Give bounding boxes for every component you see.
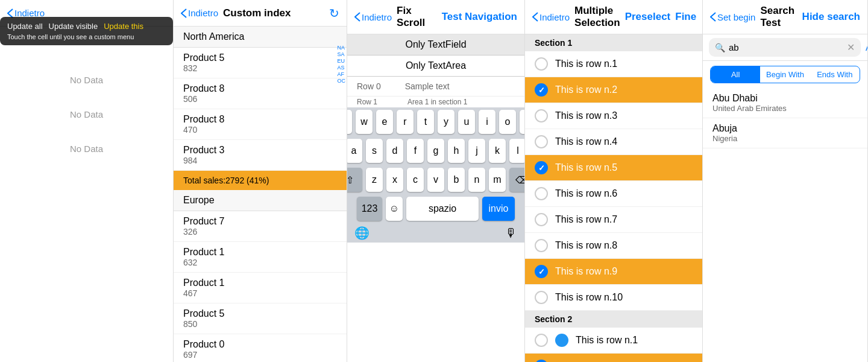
key-d[interactable]: d	[386, 139, 403, 163]
filter-all[interactable]: All	[711, 66, 760, 83]
radio-s1r4[interactable]	[535, 135, 548, 148]
radio-s1r8[interactable]	[535, 239, 548, 252]
filter-begin-with[interactable]: Begin With	[760, 66, 810, 83]
key-j[interactable]: j	[468, 139, 485, 163]
emoji-key[interactable]: ☺	[386, 197, 403, 221]
key-w[interactable]: w	[356, 110, 373, 134]
radio-s1r7[interactable]	[535, 213, 548, 226]
radio-s1r2[interactable]	[535, 83, 548, 97]
fine-button[interactable]: Fine	[675, 11, 696, 23]
panel2-title: Custom index	[223, 7, 324, 19]
key-x[interactable]: x	[386, 168, 403, 192]
key-a[interactable]: a	[347, 139, 362, 163]
search-input-wrapper[interactable]: 🔍 ✕	[709, 38, 861, 57]
list-item[interactable]: Product 8506	[174, 78, 347, 109]
key-y[interactable]: y	[438, 110, 454, 134]
key-c[interactable]: c	[407, 168, 424, 192]
list-item[interactable]: Product 7326	[174, 211, 347, 242]
update-this-button[interactable]: Update this	[104, 22, 143, 31]
list-item[interactable]: Product 1632	[174, 242, 347, 273]
selection-row[interactable]: This is row n.7	[525, 207, 702, 233]
return-key[interactable]: invio	[482, 197, 515, 221]
key-z[interactable]: z	[366, 168, 383, 192]
list-item[interactable]: Product 1467	[174, 273, 347, 303]
update-all-button[interactable]: Update all	[7, 22, 43, 31]
search-input[interactable]	[729, 42, 843, 52]
total-bar-na: Total sales:2792 (41%)	[174, 171, 347, 190]
key-g[interactable]: g	[427, 139, 444, 163]
selection-row-selected[interactable]: This is row n.9	[525, 259, 702, 285]
microphone-icon[interactable]: 🎙	[505, 226, 517, 240]
shift-key[interactable]: ⇧	[347, 168, 362, 192]
back-button-panel5[interactable]: Set begin	[710, 12, 755, 22]
key-q[interactable]: q	[347, 110, 352, 134]
preselect-button[interactable]: Preselect	[625, 11, 671, 23]
only-textfield[interactable]: Only TextField	[347, 34, 524, 56]
radio-s1r5[interactable]	[535, 161, 548, 174]
only-textarea[interactable]: Only TextArea	[347, 56, 524, 77]
search-result-item[interactable]: Abuja Nigeria	[703, 118, 867, 148]
key-l[interactable]: l	[509, 139, 524, 163]
radio-s1r1[interactable]	[535, 57, 548, 71]
numbers-key[interactable]: 123	[357, 197, 382, 221]
radio-s1r9[interactable]	[535, 265, 548, 278]
cancel-search-button[interactable]: Annulla	[866, 42, 868, 53]
refresh-icon[interactable]: ↻	[329, 6, 339, 21]
key-i[interactable]: i	[479, 110, 495, 134]
clear-search-icon[interactable]: ✕	[847, 42, 855, 53]
hide-search-button[interactable]: Hide search	[802, 11, 860, 23]
selection-row-selected[interactable]: This is row n.2	[525, 77, 702, 103]
list-item[interactable]: Product 3984	[174, 140, 347, 171]
search-result-item[interactable]: Abu Dhabi United Arab Emirates	[703, 88, 867, 118]
list-item[interactable]: Product 5832	[174, 48, 347, 78]
key-t[interactable]: t	[417, 110, 434, 134]
panel3-content: Only TextField Only TextArea Row 0 Sampl…	[347, 34, 524, 362]
selection-row[interactable]: This is row n.1	[525, 51, 702, 77]
radio-s1r3[interactable]	[535, 109, 548, 122]
index-letters[interactable]: NA SA EU AS AF OC	[338, 45, 346, 84]
delete-key[interactable]: ⌫	[509, 168, 524, 192]
back-button-panel3[interactable]: Indietro	[354, 12, 392, 22]
key-e[interactable]: e	[376, 110, 393, 134]
keyboard-row-2: a s d f g h j k l	[347, 136, 524, 165]
key-m[interactable]: m	[489, 168, 506, 192]
key-f[interactable]: f	[407, 139, 424, 163]
filter-ends-with[interactable]: Ends With	[810, 66, 860, 83]
back-button-panel4[interactable]: Indietro	[532, 12, 570, 22]
row-0-sample: Row 0 Sample text	[347, 77, 524, 97]
key-o[interactable]: o	[499, 110, 516, 134]
key-v[interactable]: v	[427, 168, 444, 192]
key-p[interactable]: p	[520, 110, 524, 134]
selection-row-selected[interactable]: This is row n.5	[525, 155, 702, 181]
selection-row[interactable]: This is row n.4	[525, 129, 702, 155]
panel-fix-scroll: Indietro Fix Scroll Test Navigation Only…	[347, 0, 525, 362]
result-city-1: Abu Dhabi	[712, 93, 858, 104]
radio-s2r2[interactable]	[535, 360, 548, 362]
key-r[interactable]: r	[397, 110, 414, 134]
nav-bar-panel3: Indietro Fix Scroll Test Navigation	[347, 0, 524, 34]
selection-row-color[interactable]: This is row n.1	[525, 328, 702, 354]
radio-s1r10[interactable]	[535, 291, 548, 304]
key-s[interactable]: s	[366, 139, 383, 163]
key-h[interactable]: h	[448, 139, 465, 163]
radio-s2r1[interactable]	[535, 334, 548, 347]
selection-row[interactable]: This is row n.3	[525, 103, 702, 129]
selection-row[interactable]: This is row n.10	[525, 285, 702, 311]
key-b[interactable]: b	[448, 168, 465, 192]
update-visible-button[interactable]: Update visible	[49, 22, 98, 31]
globe-icon[interactable]: 🌐	[354, 226, 370, 240]
tooltip-buttons: Update all Update visible Update this	[7, 22, 166, 31]
key-n[interactable]: n	[468, 168, 485, 192]
selection-row-color-selected[interactable]: This is row n.2	[525, 354, 702, 362]
list-item[interactable]: Product 5850	[174, 303, 347, 334]
key-k[interactable]: k	[489, 139, 506, 163]
radio-s1r6[interactable]	[535, 187, 548, 200]
list-item[interactable]: Product 0697	[174, 334, 347, 362]
test-navigation-button[interactable]: Test Navigation	[442, 11, 517, 23]
selection-row[interactable]: This is row n.8	[525, 233, 702, 259]
space-key[interactable]: spazio	[406, 197, 479, 221]
list-item[interactable]: Product 8470	[174, 109, 347, 140]
selection-row[interactable]: This is row n.6	[525, 181, 702, 207]
back-button-panel2[interactable]: Indietro	[181, 8, 218, 18]
key-u[interactable]: u	[458, 110, 475, 134]
